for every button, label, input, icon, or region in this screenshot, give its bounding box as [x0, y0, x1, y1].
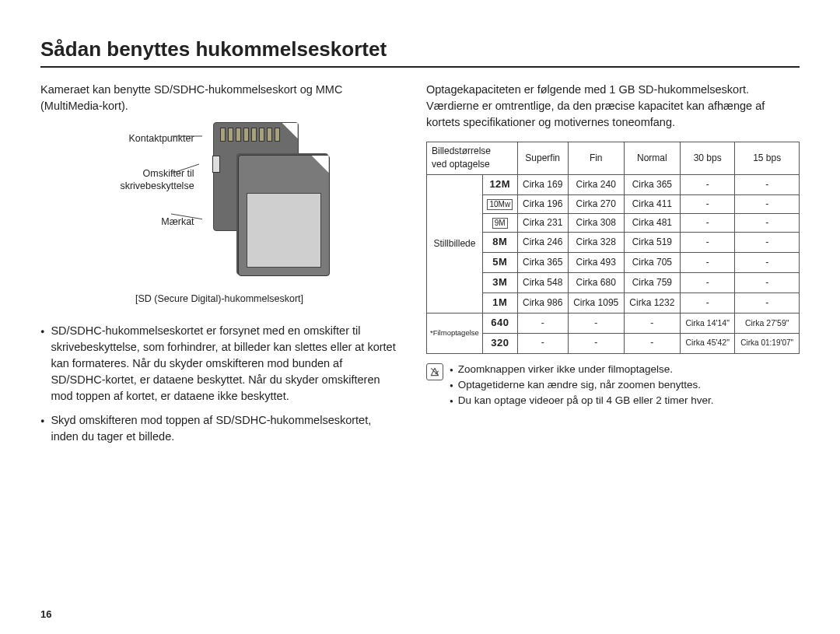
table-header-row: Billedstørrelse ved optagelse Superfin F…	[427, 142, 800, 175]
cell: Cirka 27'59"	[735, 313, 800, 333]
cell: Cirka 365	[517, 253, 568, 273]
cell: -	[735, 233, 800, 253]
group-still: Stillbillede	[427, 174, 483, 313]
cell: -	[680, 253, 735, 273]
cell: Cirka 759	[624, 273, 680, 293]
size-cell: 5M	[482, 253, 517, 273]
size-cell: 10Mw	[482, 194, 517, 213]
cell: Cirka 196	[517, 194, 568, 213]
col-header: Normal	[624, 142, 680, 175]
size-badge-icon: 9M	[492, 218, 508, 229]
list-item: SD/SDHC-hukommelseskortet er forsynet me…	[40, 323, 398, 405]
cell: -	[680, 292, 735, 313]
table-row: Stillbillede 12M Cirka 169 Cirka 240 Cir…	[427, 174, 800, 194]
left-bullet-list: SD/SDHC-hukommelseskortet er forsynet me…	[40, 323, 398, 445]
col-header: Superfin	[517, 142, 568, 175]
right-intro: Optagekapaciteten er følgende med 1 GB S…	[426, 82, 800, 131]
cell: -	[735, 273, 800, 293]
table-row: *Filmoptagelse 640 - - - Cirka 14'14" Ci…	[427, 313, 800, 333]
table-row: 5M Cirka 365 Cirka 493 Cirka 705 - -	[427, 253, 800, 273]
size-cell: 8M	[482, 233, 517, 253]
right-column: Optagekapaciteten er følgende med 1 GB S…	[426, 82, 800, 453]
col-header: 30 bps	[680, 142, 735, 175]
page-title: Sådan benyttes hukommelseskortet	[40, 37, 800, 68]
cell: -	[568, 313, 624, 333]
sd-card-diagram: Kontaktpunkter Omskifter til skrivebesky…	[40, 122, 398, 285]
note-text: Zoomknappen virker ikke under filmoptage…	[458, 362, 673, 377]
leader-lines	[171, 122, 202, 278]
size-cell: 9M	[482, 214, 517, 233]
cell: Cirka 14'14"	[680, 313, 735, 333]
cell: Cirka 308	[568, 214, 624, 233]
size-cell: 320	[482, 333, 517, 353]
cell: -	[517, 333, 568, 353]
table-row: 9M Cirka 231 Cirka 308 Cirka 481 - -	[427, 214, 800, 233]
cell: Cirka 231	[517, 214, 568, 233]
page-number: 16	[40, 608, 51, 620]
cell: Cirka 246	[517, 233, 568, 253]
cell: Cirka 270	[568, 194, 624, 213]
cell: Cirka 680	[568, 273, 624, 293]
note-text: Du kan optage videoer på op til 4 GB ell…	[458, 393, 714, 408]
list-item: Skyd omskifteren mod toppen af SD/SDHC-h…	[40, 412, 398, 445]
note-list: Zoomknappen virker ikke under filmoptage…	[450, 362, 714, 409]
header-corner-l1: Billedstørrelse	[432, 145, 491, 156]
header-corner: Billedstørrelse ved optagelse	[427, 142, 518, 175]
write-protect-switch-icon	[212, 156, 220, 173]
card-label-area	[247, 193, 321, 268]
note-text: Optagetiderne kan ændre sig, når zoomen …	[458, 377, 701, 393]
cell: Cirka 548	[517, 273, 568, 293]
cell: Cirka 493	[568, 253, 624, 273]
cell: -	[735, 292, 800, 313]
bullet-text: SD/SDHC-hukommelseskortet er forsynet me…	[51, 323, 398, 405]
cell: -	[680, 174, 735, 194]
sd-card-illustration	[202, 122, 319, 285]
table-row: 1M Cirka 986 Cirka 1095 Cirka 1232 - -	[427, 292, 800, 313]
table-row: 3M Cirka 548 Cirka 680 Cirka 759 - -	[427, 273, 800, 293]
cell: Cirka 1095	[568, 292, 624, 313]
list-item: Zoomknappen virker ikke under filmoptage…	[450, 362, 714, 377]
cell: Cirka 328	[568, 233, 624, 253]
cell: Cirka 169	[517, 174, 568, 194]
cell: -	[517, 313, 568, 333]
size-cell: 3M	[482, 273, 517, 293]
size-badge-icon: 10Mw	[487, 199, 513, 210]
cell: -	[735, 194, 800, 213]
col-header: 15 bps	[735, 142, 800, 175]
col-header: Fin	[568, 142, 624, 175]
cell: Cirka 01:19'07"	[735, 333, 800, 353]
size-cell: 1M	[482, 292, 517, 313]
size-cell: 12M	[482, 174, 517, 194]
cell: Cirka 240	[568, 174, 624, 194]
cell: Cirka 481	[624, 214, 680, 233]
left-intro: Kameraet kan benytte SD/SDHC-hukommelses…	[40, 82, 398, 114]
left-column: Kameraet kan benytte SD/SDHC-hukommelses…	[40, 82, 398, 453]
svg-line-2	[171, 214, 202, 222]
svg-line-1	[171, 164, 199, 173]
group-movie: *Filmoptagelse	[427, 313, 483, 353]
table-row: 320 - - - Cirka 45'42" Cirka 01:19'07"	[427, 333, 800, 353]
card-front	[238, 155, 330, 276]
table-row: 10Mw Cirka 196 Cirka 270 Cirka 411 - -	[427, 194, 800, 213]
cell: -	[680, 273, 735, 293]
cell: Cirka 519	[624, 233, 680, 253]
cell: -	[680, 214, 735, 233]
table-row: 8M Cirka 246 Cirka 328 Cirka 519 - -	[427, 233, 800, 253]
cell: Cirka 986	[517, 292, 568, 313]
card-contacts-icon	[220, 128, 280, 142]
two-column-layout: Kameraet kan benytte SD/SDHC-hukommelses…	[40, 82, 800, 453]
cell: -	[680, 233, 735, 253]
list-item: Du kan optage videoer på op til 4 GB ell…	[450, 393, 714, 408]
cell: -	[735, 174, 800, 194]
cell: -	[680, 194, 735, 213]
cell: Cirka 365	[624, 174, 680, 194]
cell: -	[735, 214, 800, 233]
bullet-text: Skyd omskifteren mod toppen af SD/SDHC-h…	[51, 412, 398, 445]
note-block: Zoomknappen virker ikke under filmoptage…	[426, 362, 800, 409]
list-item: Optagetiderne kan ændre sig, når zoomen …	[450, 377, 714, 393]
cell: -	[735, 253, 800, 273]
cell: Cirka 45'42"	[680, 333, 735, 353]
cell: -	[624, 333, 680, 353]
cell: Cirka 411	[624, 194, 680, 213]
note-icon	[426, 363, 443, 380]
